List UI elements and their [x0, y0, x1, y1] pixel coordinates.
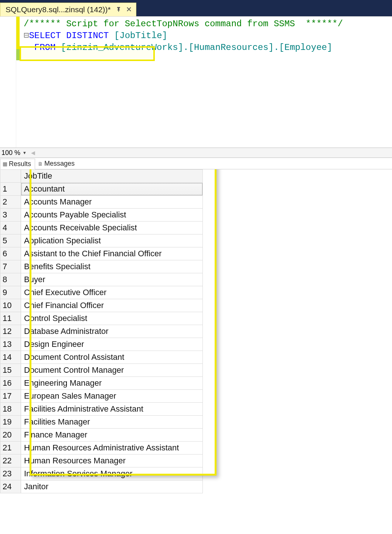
tab-results[interactable]: ▦ Results — [0, 159, 35, 169]
document-tab[interactable]: SQLQuery8.sql...zinsql (142))* — [0, 3, 136, 16]
cell-jobtitle[interactable]: Control Specialist — [21, 312, 203, 325]
table-row[interactable]: 2Accounts Manager — [0, 196, 203, 209]
table-row[interactable]: 20Finance Manager — [0, 429, 203, 442]
cell-jobtitle[interactable]: Database Administrator — [21, 325, 203, 338]
table-row[interactable]: 19Facilities Manager — [0, 416, 203, 429]
cell-jobtitle[interactable]: Application Specialist — [21, 234, 203, 247]
table-row[interactable]: 11Control Specialist — [0, 312, 203, 325]
cell-jobtitle[interactable]: Assistant to the Chief Financial Officer — [21, 247, 203, 260]
cell-jobtitle[interactable]: Human Resources Manager — [21, 454, 203, 467]
table-name: [zinzin_AdventureWorks].[HumanResources]… — [61, 43, 333, 53]
row-number[interactable]: 5 — [0, 234, 21, 247]
table-row[interactable]: 7Benefits Specialist — [0, 260, 203, 273]
row-number[interactable]: 17 — [0, 390, 21, 403]
row-number[interactable]: 13 — [0, 338, 21, 351]
row-number[interactable]: 4 — [0, 222, 21, 234]
table-row[interactable]: 1Accountant — [0, 183, 203, 196]
chevron-down-icon[interactable]: ▼ — [21, 151, 28, 155]
table-row[interactable]: 21Human Resources Administrative Assista… — [0, 442, 203, 454]
grid-corner — [0, 170, 21, 183]
cell-jobtitle[interactable]: Facilities Manager — [21, 416, 203, 429]
editor-status-strip: 100 % ▼ ◀ — [0, 148, 392, 158]
row-number[interactable]: 23 — [0, 467, 21, 480]
sql-editor[interactable]: /****** Script for SelectTopNRows comman… — [0, 16, 392, 148]
cell-jobtitle[interactable]: Human Resources Administrative Assistant — [21, 442, 203, 454]
col-jobtitle: [JobTitle] — [114, 31, 167, 41]
pin-icon[interactable] — [116, 6, 121, 13]
table-row[interactable]: 16Engineering Manager — [0, 377, 203, 390]
table-row[interactable]: 3Accounts Payable Specialist — [0, 209, 203, 222]
table-row[interactable]: 22Human Resources Manager — [0, 454, 203, 467]
cell-jobtitle[interactable]: Chief Executive Officer — [21, 286, 203, 299]
table-row[interactable]: 13Design Engineer — [0, 338, 203, 351]
cell-jobtitle[interactable]: Document Control Manager — [21, 364, 203, 377]
row-number[interactable]: 22 — [0, 454, 21, 467]
result-tabstrip: ▦ Results 🗎 Messages — [0, 158, 392, 169]
row-number[interactable]: 6 — [0, 247, 21, 260]
table-row[interactable]: 12Database Administrator — [0, 325, 203, 338]
row-number[interactable]: 19 — [0, 416, 21, 429]
table-row[interactable]: 4Accounts Receivable Specialist — [0, 222, 203, 234]
kw-distinct: DISTINCT — [66, 31, 109, 41]
cell-jobtitle[interactable]: Engineering Manager — [21, 377, 203, 390]
table-row[interactable]: 17European Sales Manager — [0, 390, 203, 403]
row-number[interactable]: 7 — [0, 260, 21, 273]
cell-jobtitle[interactable]: Accountant — [21, 183, 203, 196]
cell-jobtitle[interactable]: Accounts Receivable Specialist — [21, 222, 203, 234]
grid-header-row: JobTitle — [0, 170, 203, 183]
title-bar: SQLQuery8.sql...zinsql (142))* — [0, 0, 392, 16]
results-grid[interactable]: JobTitle 1Accountant2Accounts Manager3Ac… — [0, 169, 203, 493]
hscroll-left-icon[interactable]: ◀ — [31, 150, 35, 156]
cell-jobtitle[interactable]: Accounts Payable Specialist — [21, 209, 203, 222]
collapse-marker[interactable]: ⊟ — [24, 31, 29, 41]
row-number[interactable]: 14 — [0, 351, 21, 364]
row-number[interactable]: 21 — [0, 442, 21, 454]
kw-from: FROM — [34, 43, 56, 53]
cell-jobtitle[interactable]: Benefits Specialist — [21, 260, 203, 273]
row-number[interactable]: 10 — [0, 299, 21, 312]
row-number[interactable]: 18 — [0, 403, 21, 416]
table-row[interactable]: 9Chief Executive Officer — [0, 286, 203, 299]
cell-jobtitle[interactable]: Information Services Manager — [21, 467, 203, 480]
table-row[interactable]: 8Buyer — [0, 273, 203, 286]
row-number[interactable]: 3 — [0, 209, 21, 222]
cell-jobtitle[interactable]: Facilities Administrative Assistant — [21, 403, 203, 416]
cell-jobtitle[interactable]: Chief Financial Officer — [21, 299, 203, 312]
row-number[interactable]: 2 — [0, 196, 21, 209]
cell-jobtitle[interactable]: Buyer — [21, 273, 203, 286]
tab-messages-label: Messages — [44, 160, 75, 168]
results-grid-container: JobTitle 1Accountant2Accounts Manager3Ac… — [0, 169, 392, 493]
kw-select: SELECT — [29, 31, 61, 41]
grid-icon: ▦ — [3, 161, 7, 167]
row-number[interactable]: 9 — [0, 286, 21, 299]
table-row[interactable]: 14Document Control Assistant — [0, 351, 203, 364]
row-number[interactable]: 15 — [0, 364, 21, 377]
cell-jobtitle[interactable]: Design Engineer — [21, 338, 203, 351]
row-number[interactable]: 1 — [0, 183, 21, 196]
table-row[interactable]: 5Application Specialist — [0, 234, 203, 247]
table-row[interactable]: 24Janitor — [0, 480, 203, 493]
sql-comment: /****** Script for SelectTopNRows comman… — [24, 19, 343, 29]
document-tab-title: SQLQuery8.sql...zinsql (142))* — [6, 5, 111, 14]
column-header-jobtitle[interactable]: JobTitle — [21, 170, 203, 183]
row-number[interactable]: 16 — [0, 377, 21, 390]
table-row[interactable]: 6Assistant to the Chief Financial Office… — [0, 247, 203, 260]
cell-jobtitle[interactable]: Janitor — [21, 480, 203, 493]
table-row[interactable]: 10Chief Financial Officer — [0, 299, 203, 312]
row-number[interactable]: 24 — [0, 480, 21, 493]
cell-jobtitle[interactable]: European Sales Manager — [21, 390, 203, 403]
cell-jobtitle[interactable]: Document Control Assistant — [21, 351, 203, 364]
table-row[interactable]: 15Document Control Manager — [0, 364, 203, 377]
cell-jobtitle[interactable]: Accounts Manager — [21, 196, 203, 209]
sql-code[interactable]: /****** Script for SelectTopNRows comman… — [0, 17, 392, 65]
close-icon[interactable] — [126, 6, 132, 13]
tab-messages[interactable]: 🗎 Messages — [35, 159, 79, 169]
zoom-dropdown[interactable]: 100 % ▼ — [1, 149, 28, 157]
row-number[interactable]: 20 — [0, 429, 21, 442]
row-number[interactable]: 8 — [0, 273, 21, 286]
row-number[interactable]: 11 — [0, 312, 21, 325]
cell-jobtitle[interactable]: Finance Manager — [21, 429, 203, 442]
table-row[interactable]: 18Facilities Administrative Assistant — [0, 403, 203, 416]
row-number[interactable]: 12 — [0, 325, 21, 338]
table-row[interactable]: 23Information Services Manager — [0, 467, 203, 480]
